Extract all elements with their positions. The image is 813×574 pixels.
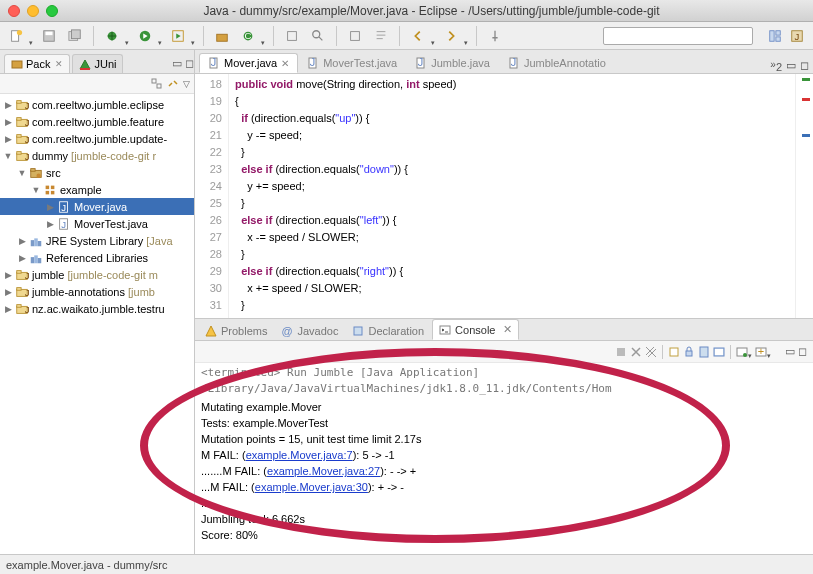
minimize-view-icon[interactable]: ▭ — [172, 57, 182, 70]
collapse-all-icon[interactable] — [151, 78, 163, 90]
expand-icon[interactable]: ▼ — [2, 151, 14, 161]
tree-node[interactable]: ▶Jnz.ac.waikato.jumble.testru — [0, 300, 194, 317]
nav-forward-button[interactable] — [441, 26, 461, 46]
editor-tab[interactable]: JMover.java✕ — [199, 53, 298, 73]
stacktrace-link[interactable]: example.Mover.java:30 — [255, 481, 368, 493]
console-output[interactable]: <terminated> Run Jumble [Java Applicatio… — [195, 363, 813, 554]
terminate-icon[interactable] — [615, 346, 627, 358]
maximize-view-icon[interactable]: ◻ — [185, 57, 194, 70]
more-tabs-button[interactable]: »2 — [770, 59, 782, 73]
svg-rect-57 — [17, 287, 21, 290]
workbench: Pack ✕ JUni ▭ ◻ ▽ ▶Jcom.reeltwo.jumble.e… — [0, 50, 813, 554]
titlebar: Java - dummy/src/example/Mover.java - Ec… — [0, 0, 813, 22]
close-icon[interactable]: ✕ — [503, 323, 512, 336]
overview-ruler[interactable] — [795, 74, 813, 318]
expand-icon[interactable]: ▶ — [44, 202, 56, 212]
bottom-tab-declaration[interactable]: Declaration — [346, 322, 430, 340]
expand-icon[interactable]: ▶ — [44, 219, 56, 229]
quick-access-input[interactable] — [603, 27, 753, 45]
toggle-block-button[interactable] — [345, 26, 365, 46]
svg-text:J: J — [61, 201, 66, 212]
save-button[interactable] — [39, 26, 59, 46]
view-menu-icon[interactable]: ▽ — [183, 79, 190, 89]
debug-button[interactable] — [102, 26, 122, 46]
expand-icon[interactable]: ▶ — [2, 304, 14, 314]
display-selected-console-icon[interactable] — [713, 346, 725, 358]
pin-editor-button[interactable] — [485, 26, 505, 46]
editor-body[interactable]: 1819202122232425262728293031 public void… — [195, 74, 813, 318]
expand-icon[interactable]: ▶ — [2, 287, 14, 297]
toggle-mark-button[interactable] — [371, 26, 391, 46]
tree-label: com.reeltwo.jumble.eclipse — [30, 99, 164, 111]
tab-package-explorer[interactable]: Pack ✕ — [4, 54, 70, 73]
editor-tab[interactable]: JJumble.java — [406, 53, 499, 73]
expand-icon[interactable]: ▶ — [2, 100, 14, 110]
tab-junit[interactable]: JUni — [72, 54, 123, 73]
editor-tab[interactable]: JMoverTest.java — [298, 53, 406, 73]
tree-node[interactable]: ▶Jjumble-annotations [jumb — [0, 283, 194, 300]
svg-rect-25 — [17, 100, 21, 103]
link-editor-icon[interactable] — [167, 78, 179, 90]
nav-back-button[interactable] — [408, 26, 428, 46]
maximize-view-icon[interactable]: ◻ — [798, 345, 807, 358]
run-button[interactable] — [135, 26, 155, 46]
tree-node[interactable]: ▼Jdummy [jumble-code-git r — [0, 147, 194, 164]
scroll-lock-icon[interactable] — [683, 346, 695, 358]
tree-node[interactable]: ▶JMoverTest.java — [0, 215, 194, 232]
stacktrace-link[interactable]: example.Mover.java:7 — [246, 449, 353, 461]
run-last-button[interactable] — [168, 26, 188, 46]
editor-tab[interactable]: JJumbleAnnotatio — [499, 53, 615, 73]
svg-rect-15 — [351, 31, 360, 40]
expand-icon[interactable]: ▶ — [2, 134, 14, 144]
code-area[interactable]: public void move(String direction, int s… — [229, 74, 795, 318]
svg-rect-51 — [34, 255, 38, 263]
new-console-icon[interactable]: + — [755, 346, 767, 358]
tree-node[interactable]: ▼example — [0, 181, 194, 198]
open-perspective-button[interactable] — [765, 26, 785, 46]
new-button[interactable] — [6, 26, 26, 46]
new-class-button[interactable]: C — [238, 26, 258, 46]
expand-icon[interactable]: ▼ — [16, 168, 28, 178]
tree-node[interactable]: ▶Jcom.reeltwo.jumble.feature — [0, 113, 194, 130]
tab-label: MoverTest.java — [323, 57, 397, 69]
open-console-icon[interactable] — [736, 346, 748, 358]
expand-icon[interactable]: ▼ — [30, 185, 42, 195]
tree-label: Referenced Libraries — [44, 252, 148, 264]
tree-node[interactable]: ▶JMover.java — [0, 198, 194, 215]
expand-icon[interactable]: ▶ — [16, 253, 28, 263]
bottom-tab-console[interactable]: Console✕ — [432, 319, 519, 340]
tree-node[interactable]: ▶JRE System Library [Java — [0, 232, 194, 249]
minimize-view-icon[interactable]: ▭ — [785, 345, 795, 358]
remove-launch-icon[interactable] — [630, 346, 642, 358]
close-window-button[interactable] — [8, 5, 20, 17]
open-type-button[interactable] — [282, 26, 302, 46]
tree-node[interactable]: ▶Jjumble [jumble-code-git m — [0, 266, 194, 283]
close-icon[interactable]: ✕ — [281, 58, 289, 69]
bottom-tab-problems[interactable]: Problems — [199, 322, 273, 340]
expand-icon[interactable]: ▶ — [2, 270, 14, 280]
bottom-tabs: Problems@JavadocDeclarationConsole✕ — [195, 319, 813, 341]
remove-all-icon[interactable] — [645, 346, 657, 358]
tree-node[interactable]: ▼src — [0, 164, 194, 181]
maximize-editor-icon[interactable]: ◻ — [800, 59, 809, 73]
pin-console-icon[interactable] — [698, 346, 710, 358]
tree-node[interactable]: ▶Jcom.reeltwo.jumble.update- — [0, 130, 194, 147]
tree-node[interactable]: ▶Jcom.reeltwo.jumble.eclipse — [0, 96, 194, 113]
tree-node[interactable]: ▶Referenced Libraries — [0, 249, 194, 266]
bottom-tab-javadoc[interactable]: @Javadoc — [275, 322, 344, 340]
stacktrace-link[interactable]: example.Mover.java:27 — [267, 465, 380, 477]
close-icon[interactable]: ✕ — [55, 59, 63, 69]
package-explorer-tree[interactable]: ▶Jcom.reeltwo.jumble.eclipse▶Jcom.reeltw… — [0, 94, 194, 554]
minimize-window-button[interactable] — [27, 5, 39, 17]
status-text: example.Mover.java - dummy/src — [6, 559, 167, 571]
expand-icon[interactable]: ▶ — [16, 236, 28, 246]
save-all-button[interactable] — [65, 26, 85, 46]
zoom-window-button[interactable] — [46, 5, 58, 17]
java-perspective-button[interactable]: J — [787, 26, 807, 46]
clear-console-icon[interactable] — [668, 346, 680, 358]
search-button[interactable] — [308, 26, 328, 46]
new-package-button[interactable] — [212, 26, 232, 46]
expand-icon[interactable]: ▶ — [2, 117, 14, 127]
java-file-icon: J — [208, 57, 220, 69]
minimize-editor-icon[interactable]: ▭ — [786, 59, 796, 73]
